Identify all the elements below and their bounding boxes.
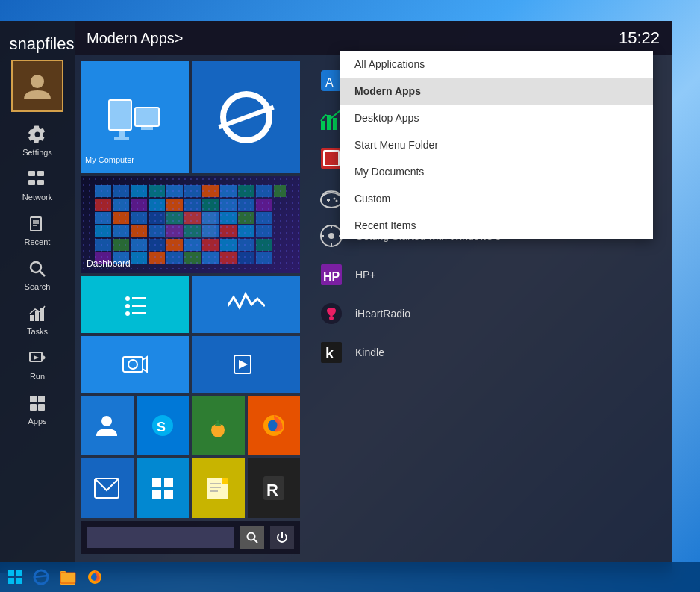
recent-icon	[27, 214, 48, 234]
sidebar-item-tasks[interactable]: Tasks	[0, 296, 75, 340]
tile-people[interactable]	[81, 396, 134, 455]
svg-point-131	[334, 198, 336, 200]
app-title: snapfiles	[1, 27, 75, 54]
svg-line-18	[43, 358, 45, 359]
hp-plus-name: HP+	[355, 269, 376, 281]
svg-point-94	[125, 311, 130, 316]
tile-pineapple[interactable]	[192, 396, 245, 455]
taskbar-firefox[interactable]	[82, 564, 107, 590]
mail-icon	[93, 477, 120, 499]
recent-label: Recent	[25, 237, 51, 246]
dropdown-item-modern-apps[interactable]: Modern Apps	[340, 78, 653, 105]
user-icon	[22, 71, 52, 101]
app-item-iheartradio[interactable]: iHeartRadio	[306, 294, 672, 333]
search-button-icon	[246, 532, 258, 543]
power-icon	[275, 531, 289, 544]
tile-row-4: R	[81, 458, 300, 518]
sidebar-item-search[interactable]: Search	[0, 251, 75, 296]
svg-point-97	[128, 360, 137, 369]
dropdown-item-custom[interactable]: Custom	[340, 185, 653, 212]
sidebar-item-settings[interactable]: Settings	[0, 116, 75, 161]
clock: 15:22	[619, 28, 660, 48]
taskbar-ie[interactable]	[28, 564, 54, 590]
svg-rect-22	[38, 404, 45, 411]
tile-dashboard[interactable]: Dashboard	[81, 176, 300, 273]
tile-grid[interactable]	[137, 458, 190, 518]
taskbar-start[interactable]	[3, 564, 27, 590]
tile-video[interactable]	[192, 336, 300, 393]
svg-rect-25	[114, 137, 129, 140]
tile-rimage[interactable]: R	[248, 458, 301, 518]
tile-mail[interactable]	[81, 458, 134, 518]
tile-internet-explorer[interactable]	[192, 61, 300, 173]
app-item-hp-plus[interactable]: HP HP+	[306, 255, 672, 294]
svg-rect-27	[141, 127, 153, 130]
tile-camera[interactable]	[81, 336, 189, 393]
sidebar: snapfiles Settings	[0, 21, 75, 573]
svg-rect-5	[31, 217, 41, 231]
svg-rect-2	[37, 171, 44, 176]
apps-icon	[27, 393, 48, 414]
svg-point-90	[125, 296, 130, 301]
search-input[interactable]	[87, 527, 234, 548]
power-button[interactable]	[270, 526, 294, 549]
dropdown-item-recent-items[interactable]: Recent Items	[340, 212, 653, 239]
people-icon	[95, 414, 119, 437]
kindle-icon: k	[318, 339, 345, 366]
video-icon	[233, 351, 260, 378]
computer-icon	[105, 93, 165, 152]
dropdown-item-start-menu-folder[interactable]: Start Menu Folder	[340, 131, 653, 158]
svg-point-128	[321, 193, 342, 208]
svg-rect-91	[132, 297, 146, 299]
svg-rect-93	[132, 305, 146, 307]
sidebar-item-apps[interactable]: Apps	[0, 385, 75, 430]
sidebar-item-recent[interactable]: Recent	[0, 206, 75, 251]
svg-rect-125	[333, 118, 337, 130]
svg-rect-23	[109, 100, 131, 130]
svg-rect-113	[222, 478, 228, 484]
svg-rect-147	[8, 578, 14, 584]
svg-rect-107	[152, 478, 161, 487]
svg-text:S: S	[157, 420, 166, 434]
svg-text:HP: HP	[323, 270, 340, 283]
dropdown-item-my-documents[interactable]: My Documents	[340, 158, 653, 185]
tile-firefox[interactable]	[248, 396, 301, 455]
sidebar-item-network[interactable]: Network	[0, 161, 75, 206]
user-avatar[interactable]	[11, 60, 63, 112]
svg-rect-12	[35, 311, 39, 321]
network-label: Network	[22, 193, 52, 202]
tile-skype[interactable]: S	[137, 396, 190, 455]
app-item-kindle[interactable]: k Kindle	[306, 333, 672, 372]
tile-sticky-notes[interactable]	[192, 458, 245, 518]
svg-marker-15	[34, 355, 39, 360]
dropdown-item-desktop-apps[interactable]: Desktop Apps	[340, 105, 653, 131]
svg-text:R: R	[266, 481, 278, 499]
run-label: Run	[30, 372, 45, 381]
iheartradio-icon	[318, 300, 345, 327]
hp-plus-icon: HP	[318, 261, 345, 288]
svg-point-100	[101, 416, 112, 426]
svg-text:k: k	[325, 345, 334, 361]
grid-icon	[151, 476, 175, 500]
svg-line-120	[254, 540, 258, 543]
svg-point-138	[328, 233, 334, 239]
apps-label: Apps	[28, 417, 46, 426]
svg-rect-19	[30, 396, 37, 402]
svg-rect-26	[135, 108, 159, 126]
tile-list[interactable]	[81, 276, 189, 333]
settings-icon	[27, 124, 48, 145]
svg-point-92	[125, 304, 130, 308]
taskbar-explorer[interactable]	[55, 564, 81, 590]
svg-rect-108	[164, 478, 173, 487]
dropdown-item-all-applications[interactable]: All Applications	[340, 51, 653, 78]
header-title: Modern Apps>	[87, 30, 184, 47]
taskbar-firefox-icon	[87, 569, 103, 585]
tile-wave[interactable]	[192, 276, 300, 333]
svg-rect-1	[28, 171, 35, 176]
skype-icon: S	[149, 412, 176, 439]
svg-rect-95	[132, 312, 146, 314]
search-button[interactable]	[240, 526, 264, 549]
sidebar-item-run[interactable]: Run	[0, 340, 75, 385]
kindle-name: Kindle	[355, 346, 384, 358]
tile-my-computer[interactable]: My Computer	[81, 61, 189, 173]
